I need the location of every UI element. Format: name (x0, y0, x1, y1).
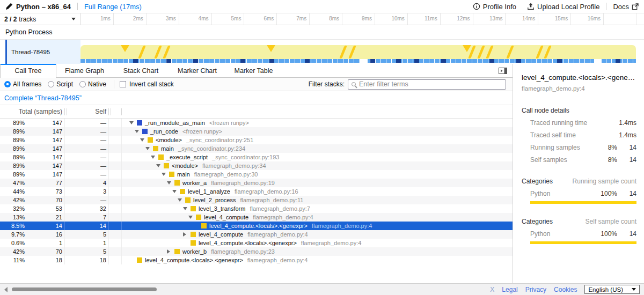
row-category-cell (111, 136, 120, 144)
footer-link-legal[interactable]: Legal (502, 286, 517, 293)
marker-triangle-glyph[interactable] (463, 45, 471, 52)
row-total-percent: 11% (0, 257, 26, 263)
expand-collapse-twisty[interactable] (178, 196, 185, 204)
expand-collapse-twisty[interactable] (183, 204, 191, 213)
call-tree-rows: 89%147—_run_module_as_main<frozen runpy>… (0, 119, 513, 283)
invert-call-stack-checkbox[interactable]: Invert call stack (120, 80, 174, 88)
call-tree-row[interactable]: 89%147—_run_module_as_main<frozen runpy> (0, 119, 513, 127)
row-category-cell (111, 230, 120, 239)
tab-marker-table[interactable]: Marker Table (225, 64, 282, 77)
footer-link-cookies[interactable]: Cookies (554, 286, 577, 293)
sample-strip[interactable] (80, 59, 636, 63)
call-tree-row[interactable]: 11%1818level_4_compute.<locals>.<genexpr… (0, 256, 513, 264)
call-tree-row[interactable]: 89%147—_run_code<frozen runpy> (0, 127, 513, 136)
radio-native[interactable]: Native (79, 80, 106, 88)
column-header-total[interactable]: Total (samples) (0, 108, 63, 115)
expand-collapse-twisty[interactable] (156, 161, 164, 170)
marker-slash-glyph[interactable] (340, 46, 348, 58)
expand-collapse-twisty[interactable] (167, 247, 174, 256)
expand-collapse-twisty[interactable] (140, 136, 148, 144)
call-tree-row[interactable]: 42%70—level_2_processflamegraph_demo.py:… (0, 196, 513, 204)
row-total-samples: 147 (26, 120, 63, 126)
tab-flame-graph[interactable]: Flame Graph (56, 64, 113, 77)
marker-triangle-glyph[interactable] (121, 45, 129, 52)
radio-label: Script (56, 80, 73, 88)
activity-graph[interactable] (80, 45, 636, 59)
category-percent: 100% (596, 230, 617, 238)
thread-activity-graph[interactable] (80, 40, 636, 64)
call-tree-row[interactable]: 42%705worker_bflamegraph_demo.py:23 (0, 247, 513, 256)
marker-slash-glyph[interactable] (154, 46, 162, 58)
row-tree-cell: level_3_transformflamegraph_demo.py:7 (124, 204, 513, 213)
column-header-self[interactable]: Self (67, 108, 107, 115)
sample-segment (414, 59, 419, 63)
full-range-link[interactable]: Full Range (17ms) (84, 3, 142, 11)
sample-segment (166, 59, 171, 63)
row-self-samples: 32 (67, 205, 107, 212)
profile-title: Python – x86_64 (16, 3, 71, 11)
twisty-triangle-icon (129, 121, 134, 124)
sample-segment (616, 59, 620, 63)
radio-script[interactable]: Script (48, 80, 73, 88)
expand-collapse-twisty[interactable] (145, 144, 153, 153)
tracks-dropdown[interactable]: 2 / 2 tracks (0, 13, 80, 25)
tab-marker-chart[interactable]: Marker Chart (169, 64, 225, 77)
call-tree-row[interactable]: 44%733level_1_analyzeflamegraph_demo.py:… (0, 187, 513, 196)
ruler-tick-label: 9ms (362, 16, 375, 21)
expand-collapse-twisty[interactable] (167, 179, 174, 187)
call-tree-row[interactable]: 47%774worker_aflamegraph_demo.py:19 (0, 179, 513, 187)
breadcrumb-root-link[interactable]: Complete “Thread-78495” (4, 94, 82, 102)
footer-link-privacy[interactable]: Privacy (525, 286, 546, 293)
tab-stack-chart[interactable]: Stack Chart (113, 64, 169, 77)
ruler-gridline (570, 13, 571, 25)
call-tree-row[interactable]: 89%147—<module>flamegraph_demo.py:34 (0, 161, 513, 170)
twisty-placeholder (183, 239, 191, 247)
sidebar-toggle-button[interactable] (499, 68, 507, 74)
expand-collapse-twisty[interactable] (183, 230, 191, 239)
radio-all-frames[interactable]: All frames (4, 80, 41, 88)
call-tree-row[interactable]: 89%147—<module>_sync_coordinator.py:251 (0, 136, 513, 144)
edit-profile-name-icon[interactable] (5, 3, 13, 10)
filter-search-box[interactable] (348, 79, 506, 90)
profile-info-button[interactable]: Profile Info (473, 3, 516, 11)
call-tree-row[interactable]: 0.6%11level_4_compute.<locals>.<genexpr>… (0, 239, 513, 247)
process-track-header[interactable]: Python Process (0, 25, 644, 40)
marker-slash-glyph[interactable] (348, 46, 356, 58)
categories-count-label: Self sample count (586, 218, 636, 225)
call-tree-row[interactable]: 89%147—main_sync_coordinator.py:234 (0, 144, 513, 153)
thread-track-label[interactable]: Thread-78495 (7, 40, 80, 64)
call-tree-row[interactable]: 9.7%165level_4_computeflamegraph_demo.py… (0, 230, 513, 239)
expand-collapse-twisty[interactable] (162, 170, 169, 179)
marker-slash-glyph[interactable] (138, 46, 146, 58)
scroll-left-arrow[interactable] (4, 287, 8, 292)
ruler-tick-label: 5ms (231, 16, 244, 21)
call-tree-row[interactable]: 89%147—mainflamegraph_demo.py:30 (0, 170, 513, 179)
expand-collapse-twisty[interactable] (135, 127, 142, 136)
file-location: flamegraph_demo.py:4 (253, 214, 313, 220)
call-tree-row[interactable]: 13%217level_4_computeflamegraph_demo.py:… (0, 213, 513, 222)
docs-button[interactable]: Docs (613, 3, 639, 11)
expand-collapse-twisty[interactable] (188, 213, 196, 222)
tab-call-tree[interactable]: Call Tree (0, 64, 56, 77)
call-tree-row[interactable]: 8.5%1414level_4_compute.<locals>.<genexp… (0, 222, 513, 230)
upload-profile-button[interactable]: Upload Local Profile (527, 3, 599, 11)
call-tree-row[interactable]: 32%5332level_3_transformflamegraph_demo.… (0, 204, 513, 213)
row-self-samples: 1 (67, 240, 107, 246)
marker-slash-glyph[interactable] (536, 46, 544, 58)
marker-slash-glyph[interactable] (163, 46, 171, 58)
thread-track[interactable]: Thread-78495 (0, 40, 644, 64)
call-tree-row[interactable]: 89%147—_execute_script_sync_coordinator.… (0, 153, 513, 161)
footer-link-x[interactable]: X (490, 286, 494, 293)
language-select[interactable]: English (US) (584, 285, 640, 294)
marker-slash-glyph[interactable] (486, 46, 494, 58)
expand-collapse-twisty[interactable] (129, 119, 137, 127)
time-ruler-ticks[interactable]: 1ms2ms3ms4ms5ms6ms7ms8ms9ms10ms11ms12ms1… (80, 13, 636, 25)
marker-slash-glyph[interactable] (506, 46, 514, 58)
marker-triangle-glyph[interactable] (267, 45, 275, 52)
filter-input[interactable] (359, 80, 502, 88)
marker-slash-glyph[interactable] (477, 46, 485, 58)
marker-slash-glyph[interactable] (544, 46, 552, 58)
expand-collapse-twisty[interactable] (151, 153, 158, 161)
expand-collapse-twisty[interactable] (172, 187, 180, 196)
horizontal-scrollbar-thumb[interactable] (12, 287, 157, 291)
